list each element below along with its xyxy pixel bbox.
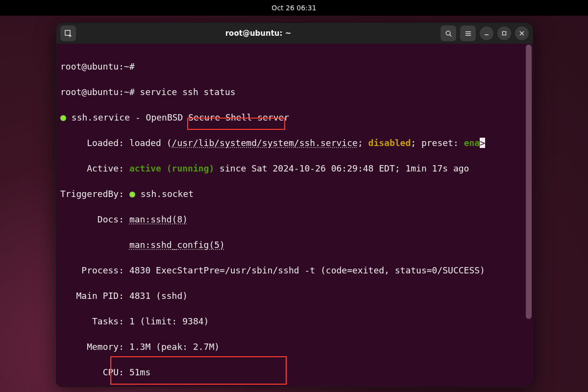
scrollbar[interactable] — [526, 45, 532, 386]
docs-line: man:sshd_config(5) — [58, 239, 531, 251]
hamburger-menu-button[interactable] — [460, 25, 476, 41]
titlebar: root@ubuntu: ~ — [56, 23, 533, 44]
memory-line: Memory: 1.3M (peak: 2.7M) — [58, 341, 531, 353]
scrollbar-thumb[interactable] — [526, 45, 532, 319]
loaded-line: Loaded: loaded (/usr/lib/systemd/system/… — [58, 137, 531, 149]
svg-point-3 — [446, 31, 450, 35]
status-dot-icon — [129, 192, 135, 197]
terminal-window: root@ubuntu: ~ root@ubuntu:~# root@ubunt… — [56, 23, 533, 387]
svg-line-4 — [449, 34, 451, 36]
mainpid-line: Main PID: 4831 (sshd) — [58, 290, 531, 302]
tasks-line: Tasks: 1 (limit: 9384) — [58, 315, 531, 328]
maximize-button[interactable] — [497, 26, 511, 40]
minimize-button[interactable] — [480, 26, 493, 40]
command-line: root@ubuntu:~# service ssh status — [58, 86, 531, 98]
close-button[interactable] — [515, 26, 529, 40]
docs-line: Docs: man:sshd(8) — [58, 213, 531, 226]
search-button[interactable] — [441, 25, 456, 41]
triggered-line: TriggeredBy: ssh.socket — [58, 188, 531, 200]
prompt-line: root@ubuntu:~# — [58, 60, 531, 73]
window-title: root@ubuntu: ~ — [80, 29, 437, 38]
new-tab-button[interactable] — [60, 25, 76, 41]
system-topbar: Oct 26 06:31 — [0, 0, 588, 16]
clock: Oct 26 06:31 — [271, 4, 316, 12]
status-dot-icon — [60, 115, 66, 121]
cpu-line: CPU: 51ms — [58, 366, 531, 379]
terminal-body[interactable]: root@ubuntu:~# root@ubuntu:~# service ss… — [56, 44, 533, 387]
active-line: Active: active (running) since Sat 2024-… — [58, 162, 531, 175]
svg-rect-0 — [65, 30, 70, 35]
svg-rect-9 — [503, 32, 506, 35]
service-header: ssh.service - OpenBSD Secure Shell serve… — [58, 111, 531, 124]
process-line: Process: 4830 ExecStartPre=/usr/sbin/ssh… — [58, 264, 531, 277]
